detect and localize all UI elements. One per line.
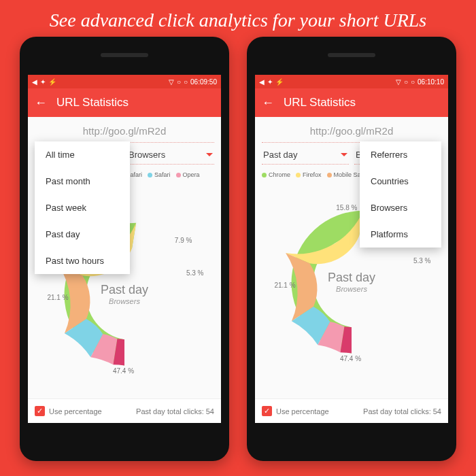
circle-icon: ○: [177, 78, 181, 86]
slice-percent-label: 47.4 %: [113, 367, 134, 375]
sound-icon: ◀: [259, 78, 265, 86]
plug-icon: ✦: [267, 78, 273, 86]
slice-percent-label: 47.4 %: [340, 355, 361, 362]
app-bar: ← URL Statistics: [28, 88, 221, 117]
slice-percent-label: 5.3 %: [186, 269, 204, 277]
slice-percent-label: 7.9 %: [175, 237, 192, 244]
sound-icon: ◀: [32, 78, 37, 86]
dropdown-option[interactable]: Platforms: [360, 221, 441, 248]
slice-percent-label: 15.8 %: [336, 204, 357, 211]
back-icon[interactable]: ←: [35, 96, 47, 110]
clock-text: 06:10:10: [418, 78, 444, 86]
chevron-down-icon: [206, 153, 213, 156]
chevron-down-icon: [341, 153, 347, 156]
status-bar: ◀ ✦ ⚡ ▽ ○ ○ 06:09:50: [28, 75, 221, 88]
phone-mockup-left: ◀ ✦ ⚡ ▽ ○ ○ 06:09:50 ← URL Statistics ht…: [20, 37, 229, 461]
total-clicks-text: Past day total clicks: 54: [136, 407, 214, 415]
chart-center-subtitle: Browsers: [101, 297, 148, 305]
dimension-selector[interactable]: Browsers: [127, 147, 214, 165]
clock-text: 06:09:50: [190, 78, 217, 86]
app-bar: ← URL Statistics: [255, 88, 448, 117]
checkmark-icon: ✓: [262, 406, 272, 416]
chart-center-title: Past day: [101, 283, 148, 297]
legend-item: Chrome: [262, 171, 290, 178]
flash-icon: ⚡: [275, 78, 284, 86]
chart-center-title: Past day: [328, 271, 375, 285]
dimension-dropdown: ReferrersCountriesBrowsersPlatforms: [360, 141, 441, 248]
period-dropdown: All timePast monthPast weekPast dayPast …: [35, 141, 130, 274]
signal-icon: ▽: [396, 78, 401, 86]
dropdown-option[interactable]: Past month: [35, 168, 130, 194]
total-clicks-text: Past day total clicks: 54: [363, 407, 441, 415]
dropdown-option[interactable]: Past two hours: [35, 248, 130, 274]
legend-item: Safari: [148, 171, 171, 178]
slice-percent-label: 21.1 %: [274, 282, 295, 289]
short-url-display: http://goo.gl/mR2d: [35, 117, 214, 143]
dropdown-option[interactable]: Past week: [35, 194, 130, 221]
phone-mockup-right: ◀ ✦ ⚡ ▽ ○ ○ 06:10:10 ← URL Statistics ht…: [247, 37, 456, 461]
short-url-display: http://goo.gl/mR2d: [262, 117, 441, 143]
checkmark-icon: ✓: [35, 406, 45, 416]
circle-icon: ○: [411, 78, 415, 86]
signal-icon: ▽: [169, 78, 174, 86]
dropdown-option[interactable]: Referrers: [360, 141, 441, 168]
circle-icon: ○: [184, 78, 188, 86]
chart-center-subtitle: Browsers: [328, 285, 375, 293]
plug-icon: ✦: [40, 78, 46, 86]
dropdown-option[interactable]: Countries: [360, 168, 441, 194]
legend-item: Opera: [176, 171, 200, 178]
page-title: URL Statistics: [56, 96, 129, 109]
slice-percent-label: 5.3 %: [413, 257, 431, 265]
dropdown-option[interactable]: Past day: [35, 221, 130, 248]
marketing-headline: See advanced click analytics for your sh…: [0, 0, 476, 37]
dropdown-option[interactable]: All time: [35, 141, 130, 168]
page-title: URL Statistics: [284, 96, 356, 109]
back-icon[interactable]: ←: [262, 96, 274, 110]
flash-icon: ⚡: [48, 78, 56, 86]
circle-icon: ○: [404, 78, 408, 86]
use-percentage-checkbox[interactable]: ✓ Use percentage: [262, 406, 329, 416]
legend-item: Firefox: [296, 171, 322, 178]
dropdown-option[interactable]: Browsers: [360, 194, 441, 221]
status-bar: ◀ ✦ ⚡ ▽ ○ ○ 06:10:10: [255, 75, 448, 88]
slice-percent-label: 21.1 %: [47, 294, 68, 301]
use-percentage-checkbox[interactable]: ✓ Use percentage: [35, 406, 102, 416]
footer-bar: ✓ Use percentage Past day total clicks: …: [255, 398, 448, 423]
footer-bar: ✓ Use percentage Past day total clicks: …: [28, 398, 221, 423]
period-selector[interactable]: Past day: [262, 147, 349, 165]
